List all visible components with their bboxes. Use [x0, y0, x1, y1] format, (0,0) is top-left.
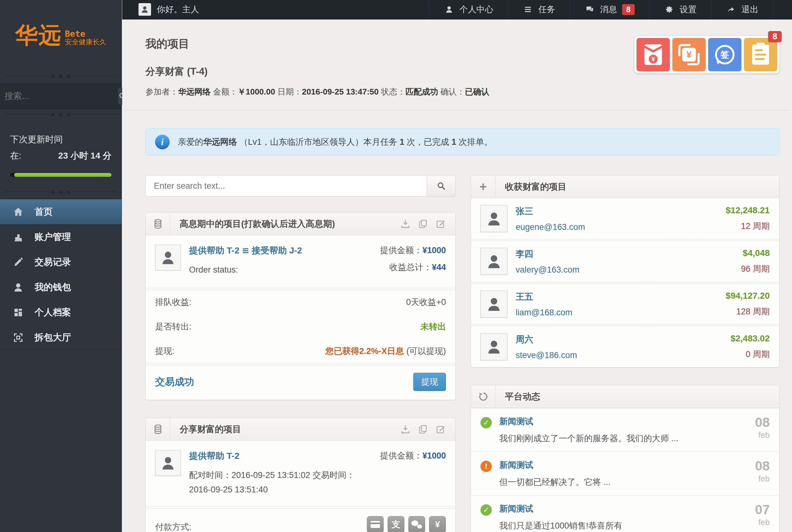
download-icon[interactable] [400, 424, 411, 435]
avatar [155, 450, 181, 476]
sign-in-button[interactable]: 签 [708, 38, 741, 71]
provide-amount: ¥1000 [422, 451, 446, 460]
content-search-button[interactable] [427, 175, 456, 196]
logo-slogan: 安全健康长久 [65, 38, 107, 46]
news-date: 07 feb [755, 503, 770, 531]
harvest-row[interactable]: 王五 liam@168.com $94,127.20 128 周期 [471, 284, 779, 324]
sidebar-item-wallet[interactable]: 我的钱包 [0, 275, 121, 300]
currency-exchange-button[interactable]: ¥ [672, 38, 706, 71]
withdraw-button[interactable]: 提现 [413, 373, 446, 391]
home-icon [11, 205, 25, 219]
order-status-label: Order status: [189, 263, 302, 277]
provide-amount: ¥1000 [422, 246, 446, 255]
plus-icon: + [471, 175, 496, 198]
sidebar-item-accounts[interactable]: 账户管理 [0, 225, 121, 250]
grid-icon [11, 306, 25, 319]
nav-label: 个人档案 [35, 306, 71, 319]
sidebar-item-transactions[interactable]: 交易记录 [0, 250, 121, 275]
update-progress-bar [10, 173, 112, 177]
info-alert: i 亲爱的华远网络 （Lv1，山东临沂市地区领导人）本月任务 1 次，已完成 1… [146, 128, 779, 156]
task-list-badge: 8 [768, 31, 781, 42]
deal-title-link[interactable]: 提供帮助 T-2 ≌ 接受帮助 J-2 [189, 245, 302, 256]
deal-status: 交易成功 [155, 375, 194, 388]
next-update-label2: 在: [10, 150, 21, 162]
scan-icon [11, 331, 25, 344]
nav-label: 账户管理 [35, 231, 71, 243]
user-cycles: 128 周期 [726, 306, 770, 317]
menu-tasks[interactable]: 任务 [508, 0, 569, 19]
menu-messages[interactable]: 消息 8 [569, 0, 649, 19]
news-item[interactable]: ! 新闻测试 但一切都已经解决了。它将 ... 08 feb [471, 452, 779, 495]
sidebar-item-profile[interactable]: 个人档案 [0, 300, 121, 325]
menu-settings[interactable]: 设置 [649, 0, 711, 19]
task-list-button[interactable]: 8 [744, 38, 777, 71]
user-email[interactable]: steve@186.com [516, 350, 577, 360]
next-update-widget: 下次更新时间 在: 23 小时 14 分 [0, 120, 121, 186]
edit-icon[interactable] [435, 424, 446, 435]
warning-icon: ! [481, 461, 492, 472]
panel-title: 高息期中的项目(打款确认后进入高息期) [180, 218, 335, 230]
user-email[interactable]: eugene@163.com [516, 222, 585, 232]
sidebar-search-input[interactable] [4, 91, 118, 101]
alipay-icon[interactable]: 支 [388, 516, 404, 532]
user-amount: $12,248.21 [726, 205, 770, 215]
edit-icon[interactable] [435, 218, 446, 229]
user-amount: $4,048 [741, 248, 770, 258]
person-icon [444, 4, 455, 15]
news-date: 08 feb [755, 416, 770, 444]
pay-method-label: 付款方式: [155, 516, 192, 532]
user-email[interactable]: valery@163.com [516, 265, 579, 275]
app-logo[interactable]: 华远 Bete 安全健康长久 [0, 0, 121, 71]
gear-icon [664, 4, 675, 15]
content-search-input[interactable] [146, 175, 427, 196]
copy-icon[interactable] [418, 424, 428, 435]
page-header: 我的项目 ¥ ¥ 签 8 分享财富 (T-4) 参加者：华远网络 金额：￥100… [122, 20, 792, 97]
topbar-menu: 个人中心 任务 消息 8 设置 退出 [429, 0, 792, 19]
avatar [481, 290, 507, 318]
news-text: 我们刚刚成立了一个新的服务器。我们的大师 ... [499, 433, 678, 444]
nav-label: 首页 [35, 206, 53, 218]
user-name[interactable]: 李四 [516, 248, 579, 260]
harvest-row[interactable]: 张三 eugene@163.com $12,248.21 12 周期 [471, 198, 779, 239]
refresh-icon[interactable] [471, 385, 496, 407]
menu-label: 退出 [741, 4, 758, 15]
sidebar: 华远 Bete 安全健康长久 下次更新时间 在: 23 小时 14 分 首页 账… [0, 0, 122, 532]
menu-logout[interactable]: 退出 [711, 0, 773, 19]
copy-icon[interactable] [418, 218, 428, 229]
wechat-pay-icon[interactable] [408, 516, 425, 532]
news-item[interactable]: ✓ 新闻测试 我们刚刚成立了一个新的服务器。我们的大师 ... 08 feb [471, 408, 779, 452]
user-greeting[interactable]: 你好。主人 [138, 3, 199, 16]
user-name[interactable]: 张三 [516, 205, 585, 217]
update-progress-fill [14, 173, 112, 177]
next-update-label: 下次更新时间 [10, 133, 112, 146]
bank-card-pay-icon[interactable] [367, 516, 384, 532]
news-title[interactable]: 新闻测试 [499, 503, 622, 514]
deal-title-link[interactable]: 提供帮助 T-2 [189, 450, 365, 462]
red-packet-button[interactable]: ¥ [637, 38, 670, 71]
user-name[interactable]: 王五 [516, 291, 572, 303]
user-amount: $94,127.20 [726, 291, 770, 301]
news-item[interactable]: ✓ 新闻测试 我们只是通过1000销售!恭喜所有 07 feb [471, 495, 779, 532]
avatar [155, 245, 181, 270]
task-list-icon [752, 44, 769, 65]
interest-project-panel: 高息期中的项目(打款确认后进入高息期) 提供帮助 T-2 ≌ 接受帮助 J-2 … [146, 212, 456, 400]
harvest-row[interactable]: 李四 valery@163.com $4,048 96 周期 [471, 241, 779, 282]
news-text: 但一切都已经解决了。它将 ... [499, 476, 611, 488]
tenpay-icon[interactable]: ¥ [429, 516, 446, 532]
news-title[interactable]: 新闻测试 [499, 416, 678, 427]
next-update-value: 23 小时 14 分 [58, 150, 112, 162]
person-icon [11, 281, 25, 294]
logo-tag: Bete [65, 29, 107, 39]
nav-label: 拆包大厅 [35, 331, 71, 344]
user-email[interactable]: liam@168.com [516, 308, 572, 318]
topbar: 你好。主人 个人中心 任务 消息 8 设置 退出 [122, 0, 792, 19]
sidebar-item-unpack-hall[interactable]: 拆包大厅 [0, 325, 121, 350]
sidebar-item-home[interactable]: 首页 [0, 200, 121, 225]
download-icon[interactable] [400, 218, 411, 229]
user-name[interactable]: 周六 [516, 334, 577, 345]
harvest-row[interactable]: 周六 steve@186.com $2,483.02 0 周期 [471, 326, 779, 367]
greeting-text: 你好。主人 [157, 4, 199, 15]
info-icon: i [155, 135, 170, 149]
news-title[interactable]: 新闻测试 [499, 459, 611, 471]
menu-profile-center[interactable]: 个人中心 [429, 0, 508, 19]
